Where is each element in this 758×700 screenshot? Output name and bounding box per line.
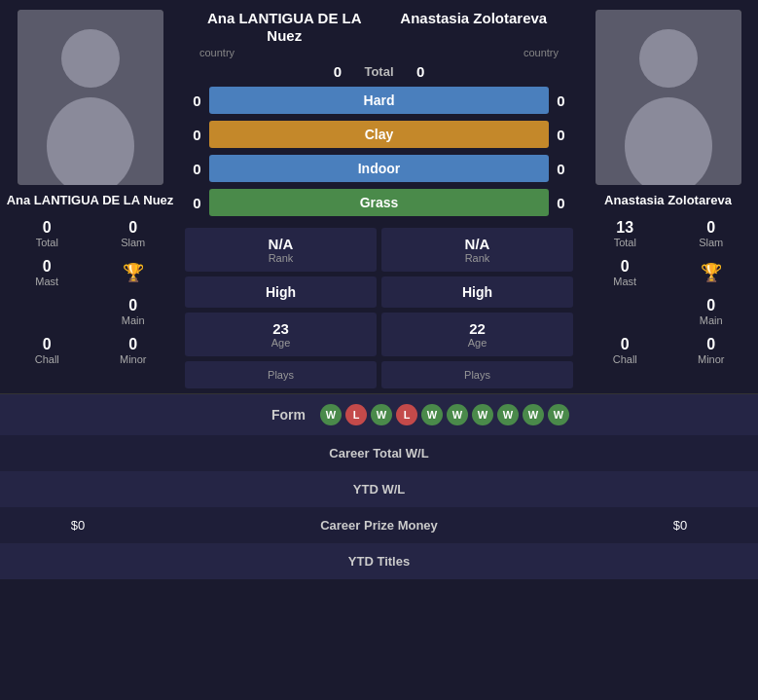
total-left-score: 0 — [325, 63, 349, 80]
hard-left-score: 0 — [185, 92, 209, 109]
clay-right-score: 0 — [549, 127, 573, 143]
ytd-titles-row: YTD Titles — [0, 543, 758, 579]
left-age-card: 23 Age — [185, 313, 377, 356]
left-plays-card: Plays — [185, 361, 377, 388]
right-plays-card: Plays — [381, 361, 573, 388]
form-badge-3: L — [396, 404, 417, 425]
career-total-label: Career Total W/L — [141, 446, 617, 461]
right-high-val: High — [386, 284, 568, 300]
form-label: Form — [271, 407, 306, 423]
form-badge-5: W — [447, 404, 468, 425]
left-main-stat: 0 Main — [91, 293, 176, 330]
right-rank-val: N/A — [386, 236, 568, 252]
form-badge-6: W — [472, 404, 493, 425]
form-badge-1: L — [345, 404, 367, 425]
form-badges: WLWLWWWWWW — [320, 404, 569, 425]
indoor-right-score: 0 — [549, 161, 573, 177]
left-trophy: 🏆 — [91, 254, 176, 291]
right-country-label: country — [523, 47, 559, 58]
surface-grass-row: 0 Grass 0 — [185, 189, 573, 216]
indoor-left-score: 0 — [185, 161, 209, 177]
top-row: Ana LANTIGUA DE LA Nuez 0 Total 0 Slam 0… — [0, 0, 758, 393]
right-rank-label: Rank — [386, 252, 568, 264]
left-name-center: Ana LANTIGUA DE LA Nuez — [190, 10, 379, 45]
left-high-card: High — [185, 276, 377, 308]
surface-indoor-row: 0 Indoor 0 — [185, 155, 573, 182]
center-panel: Ana LANTIGUA DE LA Nuez Anastasia Zolota… — [180, 0, 578, 393]
right-trophy: 🏆 — [669, 254, 754, 291]
right-high-card: High — [381, 276, 573, 308]
ytd-titles-label: YTD Titles — [141, 554, 617, 569]
right-name-center: Anastasia Zolotareva — [379, 10, 569, 27]
right-prize: $0 — [617, 518, 743, 533]
left-minor-stat: 0 Minor — [91, 332, 176, 369]
left-player-card: Ana LANTIGUA DE LA Nuez 0 Total 0 Slam 0… — [0, 0, 180, 393]
left-country-label: country — [199, 47, 235, 58]
left-player-name: Ana LANTIGUA DE LA Nuez — [7, 193, 174, 207]
hard-right-score: 0 — [549, 92, 573, 109]
form-row: Form WLWLWWWWWW — [0, 393, 758, 435]
grass-right-score: 0 — [549, 195, 573, 211]
right-player-name: Anastasia Zolotareva — [604, 193, 732, 207]
total-right-score: 0 — [409, 63, 433, 80]
left-mast-stat: 0 Mast — [5, 254, 90, 291]
surface-hard-row: 0 Hard 0 — [185, 87, 573, 114]
left-slam-stat: 0 Slam — [91, 215, 176, 252]
trophy-icon-left: 🏆 — [123, 262, 144, 283]
form-badge-0: W — [320, 404, 342, 425]
career-prize-label: Career Prize Money — [141, 518, 617, 533]
right-age-val: 22 — [386, 320, 568, 337]
form-badge-9: W — [548, 404, 569, 425]
clay-badge: Clay — [209, 121, 549, 148]
right-plays-label: Plays — [386, 369, 568, 381]
trophy-icon-right: 🏆 — [701, 262, 722, 283]
left-chall-stat: 0 Chall — [5, 332, 90, 369]
surface-clay-row: 0 Clay 0 — [185, 121, 573, 148]
left-rank-card: N/A Rank — [185, 228, 377, 272]
ytd-wl-row: YTD W/L — [0, 471, 758, 507]
form-badge-8: W — [523, 404, 544, 425]
right-mast-stat: 0 Mast — [583, 254, 668, 291]
grass-left-score: 0 — [185, 195, 209, 211]
right-rank-card: N/A Rank — [381, 228, 573, 272]
left-player-avatar — [18, 10, 163, 185]
form-badge-4: W — [421, 404, 443, 425]
left-stats-grid: 0 Total 0 Slam 0 Mast 🏆 0 — [5, 215, 175, 369]
svg-point-4 — [639, 29, 698, 88]
right-age-label: Age — [386, 337, 568, 349]
total-line: 0 Total 0 — [180, 63, 578, 80]
career-total-row: Career Total W/L — [0, 435, 758, 471]
left-total-stat: 0 Total — [5, 215, 90, 252]
main-container: Ana LANTIGUA DE LA Nuez 0 Total 0 Slam 0… — [0, 0, 758, 579]
career-prize-row: $0 Career Prize Money $0 — [0, 507, 758, 543]
right-slam-stat: 0 Slam — [669, 215, 754, 252]
left-prize: $0 — [15, 518, 141, 533]
right-main-stat: 0 Main — [669, 293, 754, 330]
right-total-stat: 13 Total — [583, 215, 668, 252]
bottom-section: Form WLWLWWWWWW Career Total W/L YTD W/L… — [0, 393, 758, 579]
grass-badge: Grass — [209, 189, 549, 216]
left-rank-label: Rank — [190, 252, 372, 264]
right-chall-stat: 0 Chall — [583, 332, 668, 369]
left-rank-val: N/A — [190, 236, 372, 252]
right-minor-stat: 0 Minor — [669, 332, 754, 369]
svg-point-1 — [61, 29, 120, 88]
right-player-avatar — [596, 10, 741, 185]
left-high-val: High — [190, 284, 372, 300]
right-stats-grid: 13 Total 0 Slam 0 Mast 🏆 0 — [583, 215, 753, 369]
left-age-val: 23 — [190, 320, 372, 337]
total-label: Total — [364, 64, 393, 79]
left-plays-label: Plays — [190, 369, 372, 381]
right-age-card: 22 Age — [381, 313, 573, 356]
left-age-label: Age — [190, 337, 372, 349]
indoor-badge: Indoor — [209, 155, 549, 182]
hard-badge: Hard — [209, 87, 549, 114]
clay-left-score: 0 — [185, 127, 209, 143]
form-badge-2: W — [371, 404, 392, 425]
ytd-wl-label: YTD W/L — [141, 482, 617, 497]
form-badge-7: W — [497, 404, 519, 425]
right-player-card: Anastasia Zolotareva 13 Total 0 Slam 0 M… — [578, 0, 758, 393]
surfaces-panel: 0 Hard 0 0 Clay 0 0 Indoor 0 0 Grass — [180, 87, 578, 216]
